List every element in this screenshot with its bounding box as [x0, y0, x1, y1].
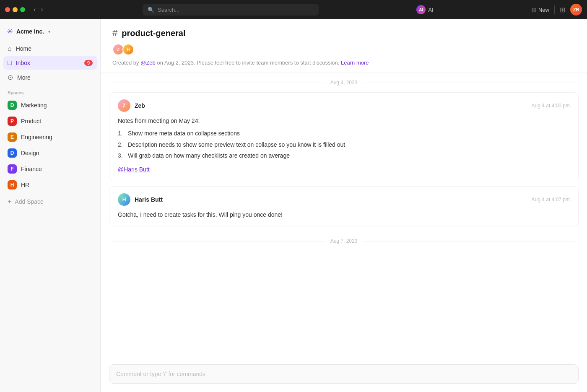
- message-author-1: Z Zeb: [118, 99, 145, 112]
- msg-body-1: Notes from meeting on May 24: 1.Show mor…: [118, 116, 570, 174]
- product-label: Product: [21, 118, 41, 125]
- sidebar-item-home[interactable]: ⌂ Home: [3, 42, 97, 55]
- engineering-label: Engineering: [21, 134, 52, 140]
- list-item-3-text: Will grab data on how many checklists ar…: [128, 151, 290, 160]
- messages-area: Aug 4, 2023 Z Zeb Aug 4 at 4:00 pm Notes…: [101, 73, 587, 358]
- topbar: ‹ › 🔍 Search... AI AI ⊕ New ⊞ ZB: [0, 0, 587, 19]
- content-area: # product-general Z H Created by @Zeb on…: [101, 19, 587, 392]
- msg-list: 1.Show more meta data on collapse sectio…: [118, 129, 570, 160]
- chevron-down-icon: ▾: [48, 29, 50, 34]
- nav-arrows: ‹ ›: [32, 5, 45, 14]
- new-label: New: [538, 7, 549, 13]
- msg-avatar-zeb: Z: [118, 99, 130, 112]
- comment-placeholder: Comment or type '/' for commands: [116, 371, 571, 377]
- divider-line-left: [112, 83, 325, 83]
- list-item: 2.Description needs to show some preview…: [118, 140, 570, 149]
- user-avatar-top[interactable]: ZB: [570, 4, 582, 16]
- sidebar-item-hr[interactable]: H HR: [3, 177, 97, 192]
- workspace-logo: ✳: [7, 27, 13, 36]
- search-icon: 🔍: [148, 7, 154, 13]
- product-badge: P: [8, 117, 17, 126]
- topbar-right: ⊕ New ⊞ ZB: [531, 4, 582, 16]
- comment-area: Comment or type '/' for commands: [101, 358, 587, 392]
- finance-label: Finance: [21, 166, 42, 172]
- sidebar-item-inbox[interactable]: □ Inbox 9: [3, 56, 97, 70]
- member-avatar-2[interactable]: H: [122, 44, 134, 55]
- divider-line-right-2: [362, 241, 575, 241]
- comment-box[interactable]: Comment or type '/' for commands: [109, 364, 579, 384]
- sidebar-item-marketing[interactable]: D Marketing: [3, 98, 97, 113]
- plus-icon: +: [8, 198, 11, 205]
- msg-avatar-haris: H: [118, 193, 130, 206]
- date-divider-2: Aug 7, 2023: [101, 231, 587, 251]
- marketing-label: Marketing: [21, 102, 47, 109]
- sidebar-item-finance[interactable]: F Finance: [3, 161, 97, 177]
- marketing-badge: D: [8, 101, 17, 110]
- message-header-2: H Haris Butt Aug 4 at 4:07 pm: [118, 193, 570, 206]
- message-header-1: Z Zeb Aug 4 at 4:00 pm: [118, 99, 570, 112]
- ai-button[interactable]: AI AI: [416, 5, 433, 14]
- inbox-badge: 9: [84, 60, 93, 66]
- msg-time-2: Aug 4 at 4:07 pm: [532, 197, 570, 202]
- add-space-label: Add Space: [15, 198, 44, 205]
- sidebar-item-engineering[interactable]: E Engineering: [3, 130, 97, 145]
- search-placeholder: Search...: [158, 7, 179, 13]
- haris-avatar-img: H: [118, 193, 130, 206]
- ai-icon: AI: [416, 5, 426, 14]
- main-layout: ✳ Acme Inc. ▾ ⌂ Home □ Inbox 9 ⊙ More Sp…: [0, 19, 587, 392]
- home-icon: ⌂: [8, 45, 12, 52]
- ai-text: AI: [428, 7, 433, 13]
- meta-prefix: Created by: [112, 60, 140, 66]
- new-button[interactable]: ⊕ New: [531, 6, 549, 14]
- date-divider-1: Aug 4, 2023: [101, 73, 587, 92]
- engineering-badge: E: [8, 132, 17, 142]
- sidebar-item-design[interactable]: D Design: [3, 145, 97, 161]
- channel-header: # product-general Z H Created by @Zeb on…: [101, 19, 587, 73]
- design-label: Design: [21, 150, 39, 156]
- message-card-2: H Haris Butt Aug 4 at 4:07 pm Gotcha, I …: [109, 186, 579, 226]
- hr-label: HR: [21, 182, 29, 188]
- add-space-button[interactable]: + Add Space: [3, 195, 97, 208]
- learn-more-link[interactable]: Learn more: [341, 60, 369, 66]
- msg-body-2: Gotcha, I need to create tasks for this.…: [118, 210, 570, 219]
- design-badge: D: [8, 148, 17, 158]
- divider-line-right: [362, 83, 575, 83]
- sidebar-item-product[interactable]: P Product: [3, 114, 97, 129]
- msg-intro: Notes from meeting on May 24:: [118, 116, 570, 125]
- grid-icon[interactable]: ⊞: [560, 6, 565, 14]
- sidebar-item-more[interactable]: ⊙ More: [3, 70, 97, 84]
- traffic-lights: [5, 7, 25, 12]
- sidebar: ✳ Acme Inc. ▾ ⌂ Home □ Inbox 9 ⊙ More Sp…: [0, 19, 101, 392]
- sidebar-inbox-label: Inbox: [16, 60, 30, 66]
- zeb-avatar-img: Z: [118, 99, 130, 112]
- msg-mention-haris[interactable]: @Haris Butt: [118, 166, 150, 173]
- search-bar[interactable]: 🔍 Search...: [143, 4, 319, 16]
- list-item-2-text: Description needs to show some preview t…: [128, 140, 345, 149]
- list-item: 3.Will grab data on how many checklists …: [118, 151, 570, 160]
- workspace-header[interactable]: ✳ Acme Inc. ▾: [3, 24, 97, 39]
- meta-mention[interactable]: @Zeb: [140, 60, 156, 66]
- hr-badge: H: [8, 180, 17, 190]
- forward-button[interactable]: ›: [39, 5, 44, 14]
- close-traffic-light[interactable]: [5, 7, 10, 12]
- member-avatars: Z H: [112, 44, 575, 55]
- topbar-divider: [554, 5, 555, 14]
- sidebar-more-label: More: [17, 74, 31, 81]
- message-author-2: H Haris Butt: [118, 193, 163, 206]
- msg-name-zeb: Zeb: [135, 102, 145, 109]
- spaces-section-label: Spaces: [3, 85, 97, 98]
- plus-icon: ⊕: [531, 6, 537, 14]
- inbox-icon: □: [8, 59, 12, 67]
- list-item: 1.Show more meta data on collapse sectio…: [118, 129, 570, 138]
- minimize-traffic-light[interactable]: [13, 7, 18, 12]
- channel-meta: Created by @Zeb on Aug 2, 2023. Please f…: [112, 60, 575, 66]
- channel-title: product-general: [122, 29, 185, 38]
- msg-time-1: Aug 4 at 4:00 pm: [532, 103, 570, 109]
- message-card-1: Z Zeb Aug 4 at 4:00 pm Notes from meetin…: [109, 92, 579, 181]
- list-item-1-text: Show more meta data on collapse sections: [128, 129, 240, 138]
- channel-title-row: # product-general: [112, 28, 575, 39]
- maximize-traffic-light[interactable]: [20, 7, 25, 12]
- back-button[interactable]: ‹: [32, 5, 37, 14]
- more-icon: ⊙: [8, 73, 13, 81]
- divider-line-left-2: [112, 241, 325, 241]
